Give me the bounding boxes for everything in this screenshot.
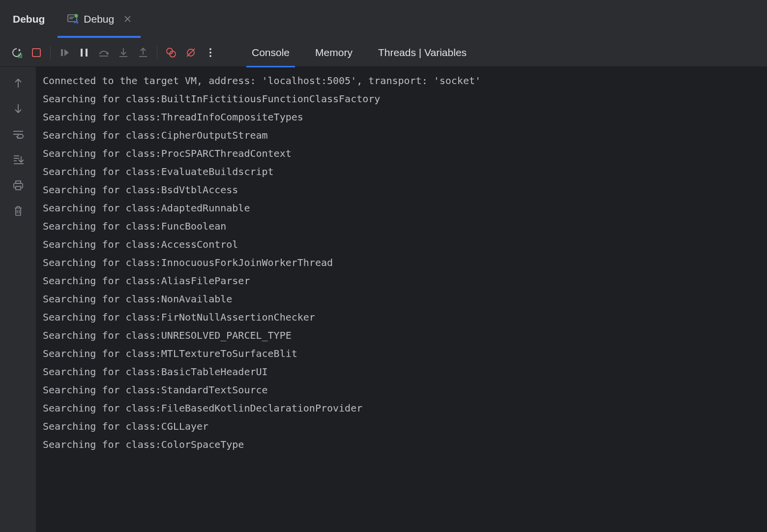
console-line: Searching for class:BuiltInFictitiousFun…	[43, 90, 760, 108]
tool-window-header: Debug Debug	[0, 0, 767, 38]
close-icon[interactable]	[124, 15, 131, 23]
view-breakpoints-button[interactable]	[163, 44, 179, 61]
console-line: Searching for class:ThreadInfoCompositeT…	[43, 108, 760, 126]
console-line: Searching for class:StandardTextSource	[43, 381, 760, 399]
console-line: Searching for class:BsdVtblAccess	[43, 181, 760, 199]
scroll-to-end-icon[interactable]	[11, 152, 26, 167]
rerun-button[interactable]	[8, 44, 25, 61]
more-icon[interactable]	[202, 44, 219, 61]
console-output[interactable]: Connected to the target VM, address: 'lo…	[36, 67, 767, 532]
pause-button[interactable]	[76, 44, 92, 61]
console-line: Searching for class:UNRESOLVED_PARCEL_TY…	[43, 326, 760, 345]
step-over-button[interactable]	[95, 44, 112, 61]
console-line: Searching for class:AdaptedRunnable	[43, 199, 760, 217]
resume-button[interactable]	[56, 44, 73, 61]
console-line: Searching for class:ProcSPARCThreadConte…	[43, 145, 760, 163]
clear-all-icon[interactable]	[11, 204, 26, 218]
step-into-button[interactable]	[115, 44, 132, 61]
mute-breakpoints-button[interactable]	[182, 44, 199, 61]
separator	[50, 46, 51, 59]
console-line: Searching for class:ColorSpaceType	[43, 436, 760, 454]
stop-button[interactable]	[28, 44, 45, 61]
svg-point-1	[75, 14, 78, 17]
console-line: Searching for class:FirNotNullAssertionC…	[43, 308, 760, 326]
svg-point-16	[209, 48, 211, 50]
separator	[157, 46, 157, 59]
debug-toolbar: Console Memory Threads | Variables	[0, 38, 767, 67]
tab-label: Debug	[84, 13, 114, 25]
inner-tab-threads-variables[interactable]: Threads | Variables	[373, 40, 472, 65]
soft-wrap-icon[interactable]	[11, 127, 26, 142]
inner-tab-memory[interactable]: Memory	[310, 40, 358, 65]
inner-tabs: Console Memory Threads | Variables	[246, 40, 472, 65]
step-out-button[interactable]	[135, 44, 151, 61]
console-line: Searching for class:InnocuousForkJoinWor…	[43, 254, 760, 272]
console-line: Searching for class:BasicTableHeaderUI	[43, 363, 760, 381]
console-line: Searching for class:CipherOutputStream	[43, 126, 760, 145]
console-line: Searching for class:EvaluateBuildscript	[43, 163, 760, 181]
svg-rect-3	[32, 49, 40, 57]
console-line: Searching for class:AliasFileParser	[43, 272, 760, 290]
svg-point-17	[209, 52, 211, 54]
scroll-up-icon[interactable]	[11, 76, 26, 90]
svg-rect-5	[81, 49, 83, 57]
console-line: Searching for class:NonAvailable	[43, 290, 760, 308]
console-gutter	[0, 67, 36, 532]
inner-tab-console[interactable]: Console	[246, 40, 295, 65]
console-line: Connected to the target VM, address: 'lo…	[43, 72, 760, 90]
scroll-down-icon[interactable]	[11, 101, 26, 116]
svg-line-15	[187, 49, 195, 57]
tool-window-title: Debug	[0, 13, 58, 25]
content-area: Connected to the target VM, address: 'lo…	[0, 67, 767, 532]
console-line: Searching for class:FuncBoolean	[43, 217, 760, 236]
console-line: Searching for class:FileBasedKotlinDecla…	[43, 399, 760, 417]
console-line: Searching for class:CGLLayer	[43, 417, 760, 436]
svg-rect-4	[61, 49, 63, 56]
debug-config-icon	[67, 13, 79, 25]
console-line: Searching for class:MTLTextureToSurfaceB…	[43, 345, 760, 363]
svg-rect-29	[16, 186, 21, 190]
print-icon[interactable]	[11, 178, 26, 193]
console-line: Searching for class:AccessControl	[43, 236, 760, 254]
svg-rect-6	[86, 49, 88, 57]
tab-debug[interactable]: Debug	[58, 0, 141, 38]
svg-point-18	[209, 55, 211, 57]
